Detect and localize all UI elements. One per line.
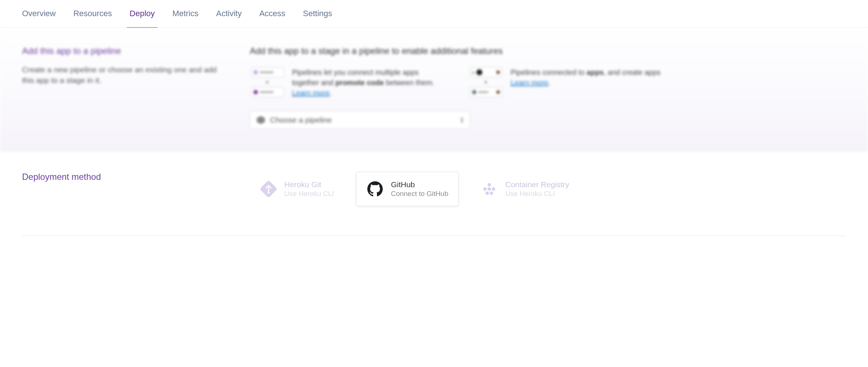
tab-settings[interactable]: Settings bbox=[303, 0, 332, 28]
choose-pipeline-label: Choose a pipeline bbox=[270, 116, 332, 124]
pipeline-sub: Create a new pipeline or choose an exist… bbox=[22, 64, 228, 86]
tab-overview[interactable]: Overview bbox=[22, 0, 56, 28]
github-icon bbox=[367, 181, 383, 197]
arrow-down-icon: ▼ bbox=[483, 80, 489, 85]
svg-point-6 bbox=[486, 192, 489, 195]
tab-metrics[interactable]: Metrics bbox=[172, 0, 198, 28]
method-title: Heroku Git bbox=[284, 180, 334, 189]
method-github[interactable]: GitHub Connect to GitHub bbox=[356, 172, 459, 206]
svg-point-7 bbox=[490, 192, 493, 195]
method-heroku-git[interactable]: Heroku Git Use Heroku CLI bbox=[250, 172, 344, 206]
heroku-git-icon bbox=[260, 181, 277, 197]
pipeline-github-icon: n ▼ bbox=[468, 67, 503, 98]
svg-point-4 bbox=[488, 187, 491, 191]
github-mini-icon bbox=[476, 69, 482, 75]
tab-access[interactable]: Access bbox=[259, 0, 285, 28]
svg-point-5 bbox=[492, 187, 496, 191]
method-sub: Use Heroku CLI bbox=[284, 190, 334, 198]
tab-deploy[interactable]: Deploy bbox=[130, 0, 155, 28]
section-divider bbox=[22, 236, 846, 236]
pipeline-feature-github: n ▼ Pipelines connected to apps, and cre… bbox=[468, 67, 660, 98]
pipeline-stages-icon: ▼ bbox=[250, 67, 285, 98]
tab-resources[interactable]: Resources bbox=[73, 0, 112, 28]
select-arrows-icon: ▴▾ bbox=[461, 116, 463, 124]
deploy-method-section: Deployment method Heroku Git Use Heroku … bbox=[0, 152, 868, 236]
feature2-text: Pipelines connected to bbox=[511, 68, 587, 76]
method-sub: Connect to GitHub bbox=[391, 190, 448, 198]
pipeline-feature-promote: ▼ Pipelines let you connect multiple app… bbox=[250, 67, 446, 98]
method-title: GitHub bbox=[391, 180, 448, 189]
svg-point-1 bbox=[267, 192, 270, 194]
arrow-down-icon: ▼ bbox=[265, 80, 270, 85]
pipeline-right-title: Add this app to a stage in a pipeline to… bbox=[250, 46, 846, 56]
tab-activity[interactable]: Activity bbox=[216, 0, 242, 28]
svg-point-3 bbox=[483, 187, 487, 191]
feature-bold: promote code bbox=[335, 79, 384, 87]
method-title: Container Registry bbox=[505, 180, 569, 189]
method-container-registry[interactable]: Container Registry Use Heroku CLI bbox=[471, 172, 579, 206]
learn-more-link[interactable]: Learn more bbox=[292, 89, 329, 97]
method-sub: Use Heroku CLI bbox=[505, 190, 569, 198]
feature-text-post: between them. bbox=[384, 79, 434, 87]
pipeline-icon bbox=[257, 116, 265, 124]
svg-point-2 bbox=[488, 183, 491, 187]
pipeline-heading: Add this app to a pipeline bbox=[22, 46, 228, 56]
deploy-method-heading: Deployment method bbox=[22, 172, 228, 182]
learn-more-link[interactable]: Learn more bbox=[511, 79, 548, 87]
app-tabs: Overview Resources Deploy Metrics Activi… bbox=[0, 0, 868, 28]
pipeline-section: Add this app to a pipeline Create a new … bbox=[0, 28, 868, 152]
choose-pipeline-select[interactable]: Choose a pipeline ▴▾ bbox=[250, 111, 470, 129]
feature2-text-post: , and create apps bbox=[604, 68, 661, 76]
feature2-bold: apps bbox=[587, 68, 604, 76]
container-registry-icon bbox=[481, 181, 498, 197]
